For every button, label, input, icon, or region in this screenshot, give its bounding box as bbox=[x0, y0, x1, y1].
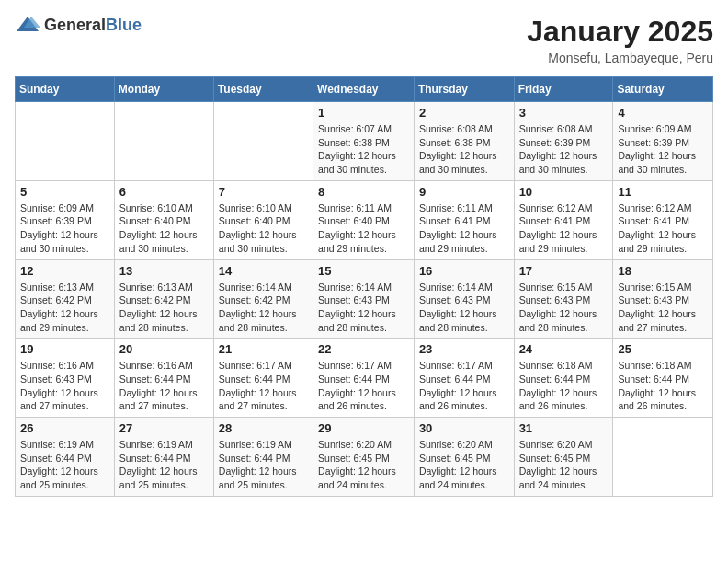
day-info: Sunrise: 6:19 AMSunset: 6:44 PMDaylight:… bbox=[20, 438, 109, 492]
day-number: 5 bbox=[20, 185, 109, 199]
calendar-cell: 15Sunrise: 6:14 AMSunset: 6:43 PMDayligh… bbox=[313, 259, 415, 339]
col-header-wednesday: Wednesday bbox=[313, 77, 415, 102]
day-number: 7 bbox=[219, 185, 308, 199]
calendar-cell: 18Sunrise: 6:15 AMSunset: 6:43 PMDayligh… bbox=[613, 259, 713, 339]
day-info: Sunrise: 6:16 AMSunset: 6:43 PMDaylight:… bbox=[20, 359, 109, 413]
calendar-cell: 6Sunrise: 6:10 AMSunset: 6:40 PMDaylight… bbox=[114, 180, 213, 259]
calendar-cell bbox=[16, 102, 115, 181]
day-info: Sunrise: 6:14 AMSunset: 6:43 PMDaylight:… bbox=[419, 281, 509, 335]
calendar-week-row: 5Sunrise: 6:09 AMSunset: 6:39 PMDaylight… bbox=[16, 180, 713, 259]
calendar-cell: 1Sunrise: 6:07 AMSunset: 6:38 PMDaylight… bbox=[313, 102, 415, 181]
col-header-friday: Friday bbox=[514, 77, 613, 102]
day-number: 10 bbox=[519, 185, 609, 199]
day-info: Sunrise: 6:19 AMSunset: 6:44 PMDaylight:… bbox=[119, 438, 209, 492]
calendar-week-row: 19Sunrise: 6:16 AMSunset: 6:43 PMDayligh… bbox=[16, 339, 713, 418]
title-block: January 2025 Monsefu, Lambayeque, Peru bbox=[527, 15, 713, 65]
day-number: 1 bbox=[318, 106, 409, 120]
calendar-cell: 24Sunrise: 6:18 AMSunset: 6:44 PMDayligh… bbox=[514, 339, 613, 418]
calendar-cell bbox=[613, 418, 713, 497]
day-info: Sunrise: 6:09 AMSunset: 6:39 PMDaylight:… bbox=[20, 201, 109, 256]
logo-icon bbox=[15, 15, 40, 35]
calendar-cell: 29Sunrise: 6:20 AMSunset: 6:45 PMDayligh… bbox=[313, 418, 415, 497]
day-info: Sunrise: 6:17 AMSunset: 6:44 PMDaylight:… bbox=[219, 359, 308, 413]
col-header-saturday: Saturday bbox=[613, 77, 713, 102]
calendar-cell: 22Sunrise: 6:17 AMSunset: 6:44 PMDayligh… bbox=[313, 339, 415, 418]
calendar-cell: 26Sunrise: 6:19 AMSunset: 6:44 PMDayligh… bbox=[16, 418, 115, 497]
calendar-header-row: SundayMondayTuesdayWednesdayThursdayFrid… bbox=[16, 77, 713, 102]
day-number: 30 bbox=[419, 421, 509, 435]
day-info: Sunrise: 6:18 AMSunset: 6:44 PMDaylight:… bbox=[618, 359, 708, 413]
calendar-cell: 19Sunrise: 6:16 AMSunset: 6:43 PMDayligh… bbox=[16, 339, 115, 418]
day-number: 27 bbox=[119, 421, 209, 435]
calendar-cell: 31Sunrise: 6:20 AMSunset: 6:45 PMDayligh… bbox=[514, 418, 613, 497]
day-number: 11 bbox=[618, 185, 708, 199]
calendar-week-row: 12Sunrise: 6:13 AMSunset: 6:42 PMDayligh… bbox=[16, 259, 713, 339]
day-info: Sunrise: 6:07 AMSunset: 6:38 PMDaylight:… bbox=[318, 122, 409, 177]
day-info: Sunrise: 6:17 AMSunset: 6:44 PMDaylight:… bbox=[318, 359, 409, 413]
day-number: 26 bbox=[20, 421, 109, 435]
calendar-cell: 8Sunrise: 6:11 AMSunset: 6:40 PMDaylight… bbox=[313, 180, 415, 259]
col-header-thursday: Thursday bbox=[414, 77, 514, 102]
day-info: Sunrise: 6:08 AMSunset: 6:38 PMDaylight:… bbox=[419, 122, 509, 177]
calendar-cell: 27Sunrise: 6:19 AMSunset: 6:44 PMDayligh… bbox=[114, 418, 213, 497]
day-number: 24 bbox=[519, 342, 609, 356]
calendar-cell: 30Sunrise: 6:20 AMSunset: 6:45 PMDayligh… bbox=[414, 418, 514, 497]
day-info: Sunrise: 6:08 AMSunset: 6:39 PMDaylight:… bbox=[519, 122, 609, 177]
calendar-cell: 10Sunrise: 6:12 AMSunset: 6:41 PMDayligh… bbox=[514, 180, 613, 259]
calendar-cell: 13Sunrise: 6:13 AMSunset: 6:42 PMDayligh… bbox=[114, 259, 213, 339]
calendar-cell bbox=[213, 102, 313, 181]
day-number: 23 bbox=[419, 342, 509, 356]
day-number: 29 bbox=[318, 421, 409, 435]
day-info: Sunrise: 6:12 AMSunset: 6:41 PMDaylight:… bbox=[618, 201, 708, 256]
logo-blue-text: Blue bbox=[106, 16, 142, 34]
logo: GeneralBlue bbox=[15, 15, 142, 35]
day-info: Sunrise: 6:18 AMSunset: 6:44 PMDaylight:… bbox=[519, 359, 609, 413]
day-info: Sunrise: 6:15 AMSunset: 6:43 PMDaylight:… bbox=[519, 281, 609, 335]
calendar-cell: 28Sunrise: 6:19 AMSunset: 6:44 PMDayligh… bbox=[213, 418, 313, 497]
calendar-cell: 5Sunrise: 6:09 AMSunset: 6:39 PMDaylight… bbox=[16, 180, 115, 259]
day-info: Sunrise: 6:10 AMSunset: 6:40 PMDaylight:… bbox=[119, 201, 209, 256]
calendar-week-row: 1Sunrise: 6:07 AMSunset: 6:38 PMDaylight… bbox=[16, 102, 713, 181]
day-info: Sunrise: 6:14 AMSunset: 6:43 PMDaylight:… bbox=[318, 281, 409, 335]
day-number: 17 bbox=[519, 264, 609, 278]
calendar-cell: 11Sunrise: 6:12 AMSunset: 6:41 PMDayligh… bbox=[613, 180, 713, 259]
day-info: Sunrise: 6:13 AMSunset: 6:42 PMDaylight:… bbox=[20, 281, 109, 335]
calendar-cell: 16Sunrise: 6:14 AMSunset: 6:43 PMDayligh… bbox=[414, 259, 514, 339]
calendar-cell: 20Sunrise: 6:16 AMSunset: 6:44 PMDayligh… bbox=[114, 339, 213, 418]
calendar-cell: 17Sunrise: 6:15 AMSunset: 6:43 PMDayligh… bbox=[514, 259, 613, 339]
day-number: 12 bbox=[20, 264, 109, 278]
day-info: Sunrise: 6:17 AMSunset: 6:44 PMDaylight:… bbox=[419, 359, 509, 413]
calendar-cell: 9Sunrise: 6:11 AMSunset: 6:41 PMDaylight… bbox=[414, 180, 514, 259]
day-info: Sunrise: 6:20 AMSunset: 6:45 PMDaylight:… bbox=[318, 438, 409, 492]
calendar-cell: 3Sunrise: 6:08 AMSunset: 6:39 PMDaylight… bbox=[514, 102, 613, 181]
calendar-cell: 4Sunrise: 6:09 AMSunset: 6:39 PMDaylight… bbox=[613, 102, 713, 181]
calendar-cell: 25Sunrise: 6:18 AMSunset: 6:44 PMDayligh… bbox=[613, 339, 713, 418]
day-info: Sunrise: 6:20 AMSunset: 6:45 PMDaylight:… bbox=[419, 438, 509, 492]
calendar-cell: 14Sunrise: 6:14 AMSunset: 6:42 PMDayligh… bbox=[213, 259, 313, 339]
day-info: Sunrise: 6:15 AMSunset: 6:43 PMDaylight:… bbox=[618, 281, 708, 335]
day-info: Sunrise: 6:09 AMSunset: 6:39 PMDaylight:… bbox=[618, 122, 708, 177]
calendar-subtitle: Monsefu, Lambayeque, Peru bbox=[527, 51, 713, 65]
day-number: 20 bbox=[119, 342, 209, 356]
day-number: 31 bbox=[519, 421, 609, 435]
page-header: GeneralBlue January 2025 Monsefu, Lambay… bbox=[15, 15, 713, 65]
calendar-cell: 12Sunrise: 6:13 AMSunset: 6:42 PMDayligh… bbox=[16, 259, 115, 339]
day-number: 6 bbox=[119, 185, 209, 199]
calendar-title: January 2025 bbox=[527, 15, 713, 49]
day-number: 15 bbox=[318, 264, 409, 278]
day-info: Sunrise: 6:14 AMSunset: 6:42 PMDaylight:… bbox=[219, 281, 308, 335]
col-header-sunday: Sunday bbox=[16, 77, 115, 102]
day-number: 16 bbox=[419, 264, 509, 278]
day-number: 21 bbox=[219, 342, 308, 356]
day-number: 14 bbox=[219, 264, 308, 278]
day-number: 9 bbox=[419, 185, 509, 199]
logo-general-text: General bbox=[44, 16, 106, 34]
day-number: 2 bbox=[419, 106, 509, 120]
day-info: Sunrise: 6:10 AMSunset: 6:40 PMDaylight:… bbox=[219, 201, 308, 256]
calendar-cell: 21Sunrise: 6:17 AMSunset: 6:44 PMDayligh… bbox=[213, 339, 313, 418]
day-info: Sunrise: 6:19 AMSunset: 6:44 PMDaylight:… bbox=[219, 438, 308, 492]
day-number: 25 bbox=[618, 342, 708, 356]
day-number: 4 bbox=[618, 106, 708, 120]
day-number: 18 bbox=[618, 264, 708, 278]
day-number: 8 bbox=[318, 185, 409, 199]
